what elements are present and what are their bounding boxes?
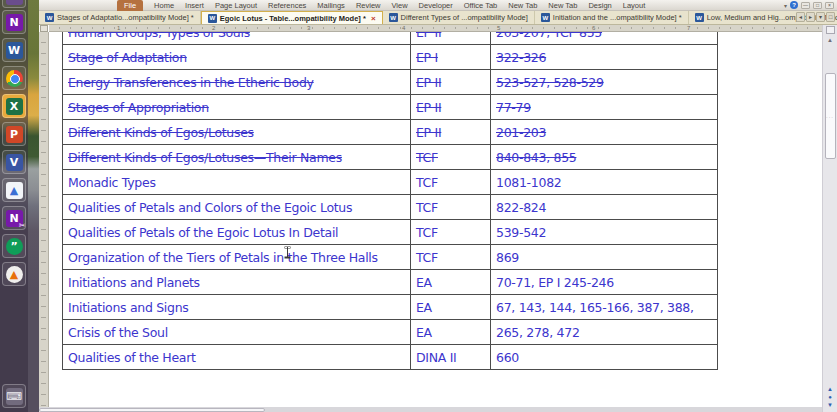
table-cell[interactable]: 201-203 [491, 120, 718, 145]
table-cell[interactable]: 840-843, 855 [491, 145, 718, 170]
table-cell[interactable]: TCF [411, 220, 491, 245]
select-browse-object-icon[interactable]: ● [828, 394, 832, 400]
close-tab-icon[interactable]: × [371, 14, 376, 23]
table-cell[interactable]: Organization of the Tiers of Petals in t… [63, 245, 411, 270]
doc-tab[interactable]: WStages of Adaptatio...ompatibility Mode… [39, 11, 201, 24]
minimize-button[interactable]: — [801, 2, 810, 9]
table-cell[interactable]: TCF [411, 145, 491, 170]
horizontal-scrollbar[interactable] [39, 407, 822, 412]
table-cell[interactable]: DINA II [411, 345, 491, 370]
media-triangle-icon[interactable]: ▲ [2, 178, 26, 202]
table-cell[interactable]: Stage of Adaptation [63, 45, 411, 70]
tab-nav-button[interactable]: ▾ [816, 12, 825, 22]
touch-keyboard-icon[interactable]: ⌨ [2, 384, 26, 408]
table-cell[interactable]: Initiations and Planets [63, 270, 411, 295]
table-cell[interactable]: TCF [411, 245, 491, 270]
onenote-icon[interactable]: N [2, 10, 26, 34]
table-cell[interactable]: EP I [411, 45, 491, 70]
close-button[interactable]: × [825, 2, 834, 9]
table-cell[interactable]: 77-79 [491, 95, 718, 120]
doc-tab[interactable]: WEgoic Lotus - Table...ompatibility Mode… [201, 11, 383, 24]
table-cell[interactable]: EP II [411, 95, 491, 120]
ribbon-tab[interactable]: Layout [623, 1, 646, 10]
ribbon-tab[interactable]: Developer [419, 1, 453, 10]
table-cell[interactable]: TCF [411, 170, 491, 195]
table-cell[interactable]: Different Kinds of Egos/Lotuses—Their Na… [63, 145, 411, 170]
table-cell[interactable]: Monadic Types [63, 170, 411, 195]
table-cell[interactable]: Stages of Appropriation [63, 95, 411, 120]
ribbon-tab-file[interactable]: File [117, 0, 143, 11]
app-partial-icon[interactable] [2, 0, 26, 8]
table-cell[interactable]: Qualities of the Heart [63, 345, 411, 370]
dock-tiles: NWXPV▲N✂”▲⌨ [0, 0, 28, 412]
previous-page-icon[interactable]: ▲ [827, 386, 833, 392]
table-cell[interactable]: 67, 143, 144, 165-166, 387, 388, [491, 295, 718, 320]
table-cell[interactable]: Initiations and Signs [63, 295, 411, 320]
word-file-icon: W [45, 13, 54, 22]
ribbon-tab[interactable]: Review [356, 1, 381, 10]
vertical-scrollbar[interactable]: ▲ ··· ▲ ● ▼ [822, 25, 837, 412]
table-cell[interactable]: 322-326 [491, 45, 718, 70]
help-icon[interactable]: ? [790, 1, 798, 9]
ruler-number: 7 [686, 25, 691, 31]
tab-nav-buttons: ◂▸▾□ [796, 12, 835, 22]
scroll-up-icon[interactable]: ▲ [823, 37, 837, 43]
doc-tab[interactable]: WInitiation and the ...ompatibility Mode… [535, 11, 689, 24]
ribbon-tab[interactable]: References [268, 1, 306, 10]
table-cell[interactable]: EP II [411, 70, 491, 95]
table-cell[interactable]: EA [411, 320, 491, 345]
table-cell[interactable]: EA [411, 295, 491, 320]
table-cell[interactable]: 660 [491, 345, 718, 370]
onenote-clipper-icon[interactable]: N✂ [2, 206, 26, 230]
doc-tab[interactable]: WDifferent Types of ...ompatibility Mode… [383, 11, 535, 24]
tab-nav-button[interactable]: ▸ [806, 12, 815, 22]
table-cell[interactable]: EP II [411, 32, 491, 45]
ruler-ticks [49, 27, 822, 29]
vlc-icon[interactable]: ▲ [2, 262, 26, 286]
ribbon-tab[interactable]: Mailings [317, 1, 345, 10]
powerpoint-icon[interactable]: P [2, 122, 26, 146]
ribbon-tab[interactable]: Home [154, 1, 174, 10]
ribbon-tab[interactable]: Insert [185, 1, 204, 10]
table-cell[interactable]: Qualities of Petals of the Egoic Lotus I… [63, 220, 411, 245]
tab-nav-button[interactable]: □ [826, 12, 835, 22]
ribbon-tab[interactable]: New Tab [508, 1, 537, 10]
excel-icon[interactable]: X [2, 94, 26, 118]
ribbon-tab[interactable]: New Tab [548, 1, 577, 10]
table-cell[interactable]: 203-207, TCF 855 [491, 32, 718, 45]
table-cell[interactable]: 822-824 [491, 195, 718, 220]
screen: NWXPV▲N✂”▲⌨ File HomeInsertPage LayoutRe… [0, 0, 837, 412]
table-cell[interactable]: Different Kinds of Egos/Lotuses [63, 120, 411, 145]
table-cell[interactable]: 523-527, 528-529 [491, 70, 718, 95]
document-tab-bar: WStages of Adaptatio...ompatibility Mode… [39, 11, 837, 25]
table-cell[interactable]: 539-542 [491, 220, 718, 245]
table-cell[interactable]: 1081-1082 [491, 170, 718, 195]
restore-button[interactable]: □ [813, 2, 822, 9]
ribbon-tab[interactable]: Office Tab [464, 1, 498, 10]
ribbon-tab[interactable]: View [391, 1, 407, 10]
table-cell[interactable]: Human Groups, Types of Souls [63, 32, 411, 45]
ribbon-tab[interactable]: Page Layout [215, 1, 257, 10]
hscrollbar-thumb[interactable] [39, 408, 265, 412]
tab-nav-button[interactable]: ◂ [796, 12, 805, 22]
collapse-ribbon-icon[interactable]: ▾ [784, 2, 787, 9]
table-cell[interactable]: 869 [491, 245, 718, 270]
table-cell[interactable]: 265, 278, 472 [491, 320, 718, 345]
table-cell[interactable]: EP II [411, 120, 491, 145]
chrome-icon[interactable] [2, 66, 26, 90]
hangouts-icon[interactable]: ” [2, 234, 26, 258]
table-cell[interactable]: Qualities of Petals and Colors of the Eg… [63, 195, 411, 220]
word-icon[interactable]: W [2, 38, 26, 62]
table-cell[interactable]: EA [411, 270, 491, 295]
next-page-icon[interactable]: ▼ [827, 402, 833, 408]
tab-stop-selector[interactable] [40, 25, 48, 32]
table-cell[interactable]: Energy Transferences in the Etheric Body [63, 70, 411, 95]
table-cell[interactable]: 70-71, EP I 245-246 [491, 270, 718, 295]
visio-icon[interactable]: V [2, 150, 26, 174]
ruler-toggle-icon[interactable] [826, 26, 835, 34]
ribbon-tab[interactable]: Design [588, 1, 611, 10]
table-cell[interactable]: TCF [411, 195, 491, 220]
ruler-ticks [41, 32, 46, 407]
table-cell[interactable]: Crisis of the Soul [63, 320, 411, 345]
scrollbar-thumb[interactable]: ··· [825, 73, 836, 159]
